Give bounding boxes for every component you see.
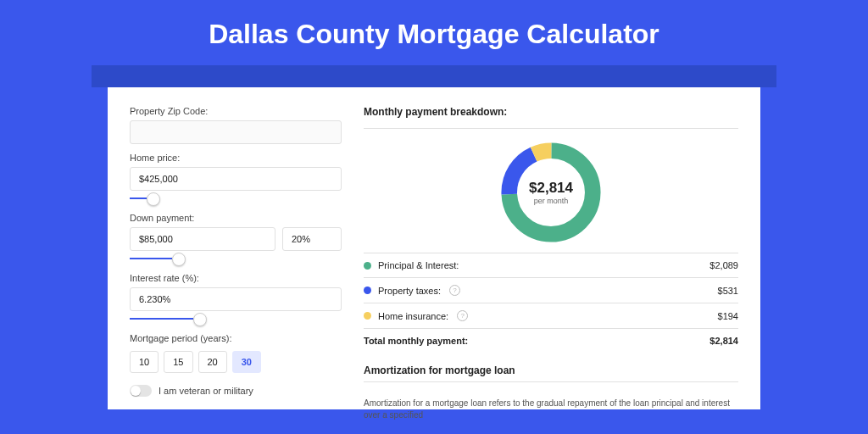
help-icon[interactable]: ? [457, 310, 468, 321]
veteran-toggle-label: I am veteran or military [159, 386, 253, 396]
zip-label: Property Zip Code: [130, 106, 342, 116]
dot-icon [364, 312, 371, 320]
legend: Principal & Interest: $2,089 Property ta… [364, 253, 738, 353]
divider [364, 381, 738, 382]
legend-value: $194 [718, 311, 738, 321]
amortization-text: Amortization for a mortgage loan refers … [364, 398, 738, 421]
form-panel: Property Zip Code: Home price: $425,000 … [130, 106, 342, 409]
divider [364, 128, 738, 129]
interest-rate-input[interactable]: 6.230% [130, 287, 342, 311]
interest-rate-slider[interactable] [130, 313, 342, 325]
donut-center-amount: $2,814 [529, 180, 573, 197]
legend-row-insurance: Home insurance: ? $194 [364, 303, 738, 328]
legend-label: Home insurance: [378, 311, 448, 321]
legend-label: Principal & Interest: [378, 260, 459, 270]
legend-total-value: $2,814 [709, 336, 738, 346]
donut-chart: $2,814 per month [496, 137, 606, 248]
period-20-button[interactable]: 20 [198, 351, 227, 373]
zip-input[interactable] [130, 120, 342, 144]
down-payment-pct-input[interactable]: 20% [282, 227, 342, 251]
period-15-button[interactable]: 15 [164, 351, 192, 373]
dot-icon [364, 262, 371, 270]
legend-row-total: Total monthly payment: $2,814 [364, 328, 738, 353]
interest-rate-label: Interest rate (%): [130, 273, 342, 283]
amortization-title: Amortization for mortgage loan [364, 364, 738, 376]
breakdown-title: Monthly payment breakdown: [364, 106, 738, 118]
home-price-label: Home price: [130, 153, 342, 163]
down-payment-slider[interactable] [130, 253, 342, 264]
donut-center-caption: per month [534, 197, 569, 205]
calculator-card: Property Zip Code: Home price: $425,000 … [108, 87, 760, 409]
legend-value: $531 [718, 286, 738, 296]
legend-value: $2,089 [709, 260, 738, 270]
period-10-button[interactable]: 10 [130, 351, 159, 373]
down-payment-input[interactable]: $85,000 [130, 227, 275, 251]
legend-total-label: Total monthly payment: [364, 336, 468, 346]
results-panel: Monthly payment breakdown: $2,814 per mo… [364, 106, 738, 409]
home-price-slider[interactable] [130, 192, 342, 204]
period-30-button[interactable]: 30 [232, 351, 261, 373]
donut-chart-wrap: $2,814 per month [364, 134, 738, 253]
help-icon[interactable]: ? [449, 285, 460, 296]
mortgage-period-group: 10 15 20 30 [130, 351, 342, 373]
dot-icon [364, 287, 371, 294]
header-accent-band [92, 65, 776, 87]
page-title: Dallas County Mortgage Calculator [0, 19, 868, 50]
veteran-toggle[interactable] [130, 385, 152, 397]
legend-label: Property taxes: [378, 286, 441, 296]
down-payment-label: Down payment: [130, 213, 342, 223]
legend-row-taxes: Property taxes: ? $531 [364, 277, 738, 303]
legend-row-principal: Principal & Interest: $2,089 [364, 253, 738, 277]
home-price-input[interactable]: $425,000 [130, 167, 342, 191]
mortgage-period-label: Mortgage period (years): [130, 333, 342, 343]
